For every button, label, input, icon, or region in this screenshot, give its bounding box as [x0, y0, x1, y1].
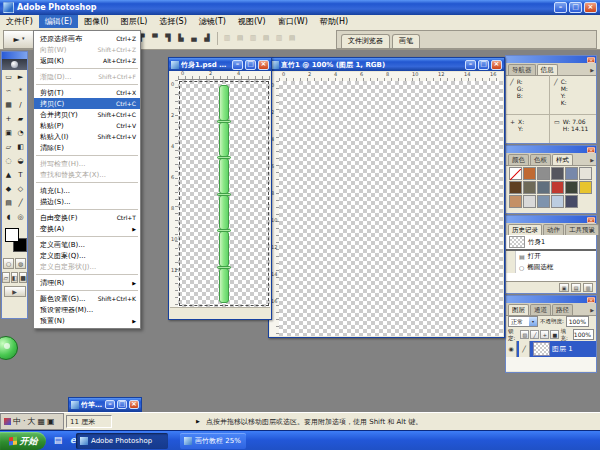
menu-help[interactable]: 帮助(H): [314, 15, 354, 28]
maximize-button[interactable]: □: [478, 60, 489, 70]
menu-item[interactable]: 颜色设置(G)...Shift+Ctrl+K: [34, 293, 140, 304]
ime-logo[interactable]: [4, 418, 11, 425]
history-brush-source-well[interactable]: [506, 251, 516, 262]
info-palette-titlebar[interactable]: ×: [506, 56, 596, 63]
minimize-button[interactable]: –: [465, 60, 476, 70]
minimize-button[interactable]: –: [105, 400, 115, 409]
history-snapshot-row[interactable]: 竹身1: [506, 235, 596, 251]
menu-item[interactable]: 变换(A)▶: [34, 223, 140, 234]
close-icon[interactable]: ×: [587, 297, 595, 303]
new-snapshot-button[interactable]: ▤: [571, 283, 581, 292]
pen-tool[interactable]: ◆: [3, 183, 15, 197]
history-tab[interactable]: 历史记录: [508, 224, 542, 235]
menu-item[interactable]: 定义画笔(B)...: [34, 239, 140, 250]
history-palette-titlebar[interactable]: ×: [506, 216, 596, 223]
close-button[interactable]: ×: [491, 60, 502, 70]
history-state[interactable]: ○椭圆选框: [506, 262, 596, 273]
layers-tab[interactable]: 通道: [530, 304, 551, 315]
layers-tab[interactable]: 路径: [552, 304, 573, 315]
standard-mode-button[interactable]: ○: [3, 258, 14, 269]
minimize-button[interactable]: –: [232, 60, 243, 70]
align-horizontal-centers[interactable]: ▄: [188, 31, 200, 46]
menu-window[interactable]: 窗口(W): [272, 15, 314, 28]
menu-item[interactable]: 拼写检查(H)...: [34, 158, 140, 169]
menu-item[interactable]: 粘贴(P)Ctrl+V: [34, 120, 140, 131]
menu-item[interactable]: 剪切(T)Ctrl+X: [34, 87, 140, 98]
close-button[interactable]: ×: [258, 60, 269, 70]
task-huazhu[interactable]: 画竹教程 25%: [180, 433, 246, 449]
custom-shape-tool[interactable]: ◇: [15, 183, 27, 197]
menu-item[interactable]: 合并拷贝(Y)Shift+Ctrl+C: [34, 109, 140, 120]
lock-image-toggle[interactable]: ╱: [530, 330, 539, 339]
rectangular-marquee-tool[interactable]: ▭: [3, 71, 15, 85]
new-document-from-state-button[interactable]: ▣: [559, 283, 569, 292]
eraser-tool[interactable]: ▱: [3, 141, 15, 155]
start-button[interactable]: 开始: [0, 432, 46, 450]
blend-mode-select[interactable]: 正常 ▾: [508, 316, 538, 327]
dodge-tool[interactable]: ◒: [15, 155, 27, 169]
slice-tool[interactable]: ∕: [15, 99, 27, 113]
fullscreen-menubar-button[interactable]: ◧: [11, 272, 19, 283]
fill-input[interactable]: 100%: [573, 329, 594, 340]
minimize-button[interactable]: –: [554, 2, 567, 13]
notes-tool[interactable]: ▤: [3, 197, 15, 211]
palette-menu-icon[interactable]: ▶: [590, 227, 594, 233]
lock-position-toggle[interactable]: +: [540, 330, 549, 339]
style-swatch[interactable]: [565, 181, 578, 194]
menu-item[interactable]: 定义图案(Q)...: [34, 250, 140, 261]
ime-fullwidth[interactable]: 大: [28, 414, 36, 429]
task-photoshop[interactable]: Adobe Photoshop: [76, 433, 168, 449]
info-tab[interactable]: 导航器: [508, 64, 536, 75]
opacity-input[interactable]: 100%: [566, 316, 589, 327]
align-left-edges[interactable]: ▙: [175, 31, 187, 46]
menu-item[interactable]: 拷贝(C)Ctrl+C: [34, 98, 140, 109]
blur-tool[interactable]: ◌: [3, 155, 15, 169]
standard-screen-button[interactable]: ▱: [2, 272, 10, 283]
healing-brush-tool[interactable]: +: [3, 113, 15, 127]
history-state[interactable]: ▤打开: [506, 251, 596, 262]
menu-item[interactable]: 返回(K)Alt+Ctrl+Z: [34, 55, 140, 66]
doc1-canvas[interactable]: [178, 80, 270, 307]
menu-item[interactable]: 填充(L)...: [34, 185, 140, 196]
menu-view[interactable]: 视图(V): [232, 15, 272, 28]
styles-tab[interactable]: 颜色: [508, 154, 529, 165]
palette-menu-icon[interactable]: ▶: [590, 157, 594, 163]
style-swatch[interactable]: [565, 195, 578, 208]
layer-row[interactable]: ◉ ╱ 图层 1: [506, 341, 596, 357]
delete-state-button[interactable]: ▥: [583, 283, 593, 292]
style-swatch[interactable]: [523, 195, 536, 208]
styles-tab[interactable]: 色板: [530, 154, 551, 165]
lock-transparency-toggle[interactable]: ▨: [520, 330, 529, 339]
menu-item[interactable]: 预置(N)▶: [34, 315, 140, 326]
palette-menu-icon[interactable]: ▶: [590, 307, 594, 313]
close-button[interactable]: ×: [129, 400, 139, 409]
ime-language-bar[interactable]: 中·大▦▣: [0, 413, 64, 430]
visibility-eye-icon[interactable]: ◉: [506, 341, 517, 357]
history-tab[interactable]: 动作: [543, 224, 564, 235]
document-window-zhugan-minimized[interactable]: 竹竿2... –□×: [68, 397, 142, 412]
menu-item[interactable]: 清除(E): [34, 142, 140, 153]
move-tool[interactable]: ►: [15, 71, 27, 85]
history-brush-source-well[interactable]: [506, 262, 516, 273]
style-swatch[interactable]: [551, 181, 564, 194]
jump-to-imageready-button[interactable]: ▶: [4, 286, 26, 297]
no-style[interactable]: [509, 167, 522, 180]
menu-item[interactable]: 预设管理器(M)...: [34, 304, 140, 315]
layers-palette-titlebar[interactable]: ×: [506, 296, 596, 303]
style-swatch[interactable]: [509, 181, 522, 194]
current-tool-button[interactable]: ► ▾: [3, 30, 35, 49]
style-swatch[interactable]: [565, 167, 578, 180]
align-vertical-centers[interactable]: ▀: [149, 31, 161, 46]
gradient-tool[interactable]: ◧: [15, 141, 27, 155]
foreground-color-swatch[interactable]: [5, 228, 19, 242]
type-tool[interactable]: T: [15, 169, 27, 183]
info-tab[interactable]: 信息: [537, 64, 558, 75]
maximize-button[interactable]: □: [117, 400, 127, 409]
menu-item[interactable]: 清理(R)▶: [34, 277, 140, 288]
history-brush-tool[interactable]: ◔: [15, 127, 27, 141]
toolbox-titlebar[interactable]: [2, 52, 27, 59]
align-bottom-edges[interactable]: ▜: [162, 31, 174, 46]
magic-wand-tool[interactable]: *: [15, 85, 27, 99]
menu-select[interactable]: 选择(S): [153, 15, 192, 28]
zoom-tool[interactable]: ◎: [15, 211, 27, 225]
